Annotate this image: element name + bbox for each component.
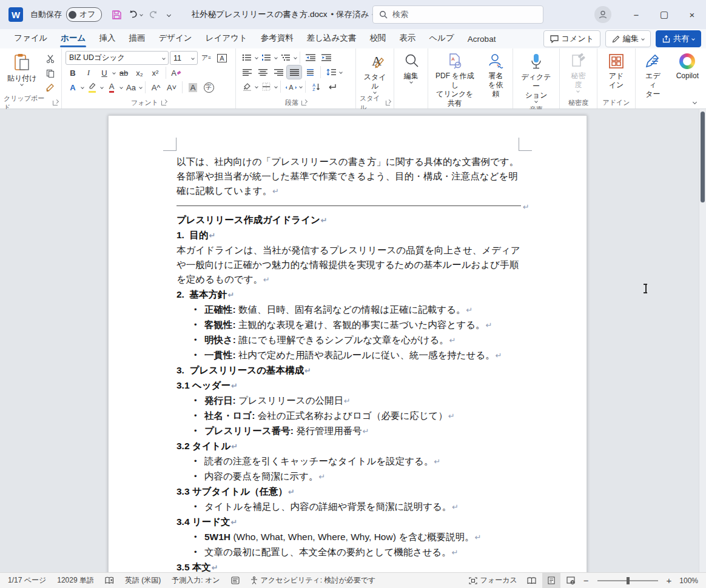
multilevel-list-button[interactable] <box>278 51 293 64</box>
bullets-dropdown-icon[interactable] <box>255 56 258 59</box>
autosave-control[interactable]: 自動保存 オフ <box>30 7 102 22</box>
close-button[interactable]: × <box>678 0 706 29</box>
create-pdf-share-link-button[interactable]: A PDF を作成し てリンクを共有 <box>432 51 478 110</box>
web-layout-button[interactable] <box>562 573 580 588</box>
highlight-dropdown-icon[interactable] <box>100 85 104 89</box>
zoom-in-button[interactable]: + <box>664 575 674 586</box>
word-count[interactable]: 12029 単語 <box>53 573 98 588</box>
read-mode-button[interactable] <box>523 573 541 588</box>
sensitivity-button[interactable]: 秘密 度 <box>567 51 589 97</box>
decrease-indent-button[interactable] <box>303 51 318 64</box>
tab-参考資料[interactable]: 参考資料 <box>254 28 300 48</box>
editing-mode-button[interactable]: 編集 <box>605 30 651 47</box>
dictation-button[interactable]: ディクテー ション <box>517 51 556 105</box>
tab-校閲[interactable]: 校閲 <box>363 28 392 48</box>
save-button[interactable] <box>108 5 126 24</box>
highlight-color-button[interactable] <box>85 81 99 94</box>
autosave-toggle[interactable]: オフ <box>66 7 102 22</box>
zoom-slider-thumb[interactable] <box>627 577 630 584</box>
format-painter-button[interactable] <box>43 81 58 95</box>
multilevel-dropdown-icon[interactable] <box>294 56 297 59</box>
bullets-button[interactable] <box>240 51 254 64</box>
character-scaling-button[interactable]: A <box>284 80 298 93</box>
font-color-button[interactable]: A <box>104 81 119 94</box>
clipboard-dialog-launcher[interactable] <box>53 101 58 105</box>
italic-button[interactable]: I <box>81 66 96 79</box>
document-title[interactable]: 社外秘プレスリリースの書き方.docx • 保存済み <box>192 9 375 20</box>
align-center-button[interactable] <box>255 65 270 79</box>
print-layout-button[interactable] <box>542 573 560 588</box>
tab-差し込み文書[interactable]: 差し込み文書 <box>300 28 363 48</box>
editor-status[interactable] <box>227 573 244 588</box>
align-right-button[interactable] <box>271 65 286 79</box>
tab-Acrobat[interactable]: Acrobat <box>461 30 503 48</box>
editing-button[interactable]: 編集 <box>400 51 423 97</box>
cut-button[interactable] <box>43 52 58 65</box>
document-content[interactable]: 以下は、社内向けの「プレスリリースの書き方」に関する具体的な文書例です。各部署や… <box>176 155 521 572</box>
addins-button[interactable]: アド イン <box>605 51 628 97</box>
character-shading-button[interactable]: A <box>186 81 200 94</box>
redo-button[interactable] <box>144 5 163 24</box>
subscript-button[interactable]: x₂ <box>132 66 147 79</box>
strikethrough-button[interactable]: ab <box>116 66 131 79</box>
font-size-combo[interactable]: 11 <box>170 51 198 65</box>
tab-表示[interactable]: 表示 <box>392 28 422 48</box>
maximize-button[interactable]: ▢ <box>650 0 678 29</box>
text-effects-dropdown-icon[interactable] <box>81 85 84 89</box>
vertical-scrollbar[interactable] <box>699 109 706 572</box>
copilot-button[interactable]: Copilot <box>673 51 702 101</box>
zoom-level[interactable]: 100% <box>675 573 702 588</box>
grow-font-button[interactable]: A^ <box>149 81 163 94</box>
undo-dropdown-icon[interactable] <box>140 13 143 16</box>
document-canvas[interactable]: 以下は、社内向けの「プレスリリースの書き方」に関する具体的な文書例です。各部署や… <box>0 109 706 572</box>
tab-ホーム[interactable]: ホーム <box>54 28 92 48</box>
line-spacing-button[interactable] <box>324 65 338 79</box>
copy-button[interactable] <box>43 67 58 80</box>
minimize-button[interactable]: − <box>622 0 650 29</box>
paste-button[interactable]: 貼り付け <box>4 51 41 97</box>
shrink-font-button[interactable]: A˅ <box>164 81 179 94</box>
tab-ファイル[interactable]: ファイル <box>7 28 54 48</box>
share-button[interactable]: 共有 <box>656 30 701 47</box>
tab-ヘルプ[interactable]: ヘルプ <box>422 28 460 48</box>
styles-button[interactable]: A スタイル <box>360 51 390 97</box>
tab-デザイン[interactable]: デザイン <box>152 28 198 48</box>
increase-indent-button[interactable] <box>319 51 334 64</box>
styles-dialog-launcher[interactable] <box>386 101 390 105</box>
font-name-combo[interactable]: BIZ UDゴシック <box>66 51 169 65</box>
sort-button[interactable]: AZ <box>309 80 323 93</box>
phonetic-guide-button[interactable]: ア≡ <box>199 52 213 65</box>
justify-button[interactable] <box>287 65 301 79</box>
enclose-characters-button[interactable]: 字 <box>201 81 216 94</box>
language-indicator[interactable]: 英語 (米国) <box>121 573 165 588</box>
zoom-out-button[interactable]: − <box>581 575 591 586</box>
shading-button[interactable] <box>240 80 254 93</box>
editor-button[interactable]: エディ ター <box>639 51 667 101</box>
align-left-button[interactable] <box>240 65 254 79</box>
bold-button[interactable]: B <box>66 66 80 79</box>
tab-挿入[interactable]: 挿入 <box>92 28 122 48</box>
character-scaling-dropdown-icon[interactable] <box>299 85 303 89</box>
quick-access-more-button[interactable] <box>163 5 176 24</box>
change-case-dropdown-icon[interactable] <box>139 85 143 89</box>
font-dialog-launcher[interactable] <box>161 101 166 105</box>
paragraph-dialog-launcher[interactable] <box>301 101 306 105</box>
shading-dropdown-icon[interactable] <box>255 85 258 89</box>
line-spacing-dropdown-icon[interactable] <box>339 70 343 74</box>
superscript-button[interactable]: x² <box>148 66 163 79</box>
document-page[interactable]: 以下は、社内向けの「プレスリリースの書き方」に関する具体的な文書例です。各部署や… <box>108 115 587 572</box>
scrollbar-thumb[interactable] <box>701 112 705 202</box>
page-indicator[interactable]: 1/17 ページ <box>4 573 50 588</box>
text-effects-button[interactable]: A <box>66 81 80 94</box>
request-signature-button[interactable]: × 署名 を依頼 <box>483 51 509 110</box>
borders-button[interactable] <box>259 80 274 93</box>
clear-formatting-button[interactable]: A <box>169 66 184 79</box>
underline-button[interactable]: U <box>97 66 112 79</box>
font-color-dropdown-icon[interactable] <box>119 85 123 89</box>
underline-dropdown-icon[interactable] <box>112 71 116 75</box>
tab-描画[interactable]: 描画 <box>122 28 152 48</box>
word-app-icon[interactable]: W <box>8 7 23 22</box>
tab-レイアウト[interactable]: レイアウト <box>199 28 254 48</box>
comments-button[interactable]: コメント <box>543 30 600 47</box>
zoom-slider[interactable] <box>597 580 658 581</box>
